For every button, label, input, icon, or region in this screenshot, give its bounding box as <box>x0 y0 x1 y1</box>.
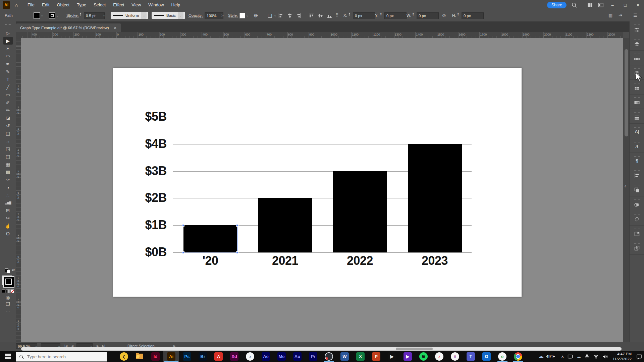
recolor-artwork-icon[interactable]: ☸ <box>254 13 258 19</box>
itunes-icon[interactable]: ♪ <box>431 351 447 362</box>
line-segment-tool[interactable]: ╱ <box>3 83 13 91</box>
fill-color-well[interactable] <box>34 12 40 19</box>
dock-collapse-chevron[interactable]: ‹ <box>625 183 626 189</box>
shaper-tool[interactable]: ✏ <box>3 106 13 114</box>
evernote-icon[interactable]: e <box>494 351 510 362</box>
chart-ytick-label[interactable]: $0B <box>113 245 167 259</box>
artboards-panel-icon[interactable] <box>630 226 644 240</box>
layers-panel-icon[interactable] <box>630 36 644 51</box>
filmora-icon[interactable]: ▶ <box>400 351 416 362</box>
maximize-button[interactable]: □ <box>621 3 629 8</box>
panel-dock-icon[interactable]: ⇥ <box>619 13 622 18</box>
character-styles-panel-icon[interactable]: A <box>630 138 644 153</box>
gradient-panel-icon[interactable] <box>630 95 644 109</box>
symbol-sprayer-tool[interactable]: ∴ <box>3 191 13 199</box>
anchor-point-handle[interactable] <box>182 251 184 254</box>
minimize-button[interactable]: – <box>608 3 616 8</box>
hand-tool[interactable]: ☝ <box>3 222 13 230</box>
vertical-scrollbar-thumb[interactable] <box>625 49 628 136</box>
excel-icon[interactable]: X <box>353 351 368 362</box>
none-button[interactable] <box>10 289 14 293</box>
media-encoder-icon[interactable]: Me <box>274 351 289 362</box>
align-middle-icon[interactable] <box>317 13 323 19</box>
cinema4d-icon[interactable]: ◕ <box>242 351 258 362</box>
menu-effect[interactable]: Effect <box>109 0 128 10</box>
premiere-icon[interactable]: Pr <box>305 351 321 362</box>
chart-xtick-label[interactable]: 2023 <box>411 254 458 268</box>
action-center-icon[interactable] <box>636 354 643 360</box>
menu-select[interactable]: Select <box>90 0 109 10</box>
brush-definition-select[interactable]: Basic⌄ <box>152 12 185 19</box>
stroke-width-field[interactable]: 0.5 pt <box>84 12 105 19</box>
chart-xtick-label[interactable]: 2022 <box>336 254 383 268</box>
weather-widget[interactable]: ☁ 49°F <box>538 353 555 360</box>
default-fill-stroke-icon[interactable]: ⇄ <box>5 268 11 273</box>
columns-icon[interactable]: ▥ <box>608 13 612 18</box>
mesh-tool[interactable]: ▦ <box>3 160 13 168</box>
eyedropper-tool[interactable]: ✑ <box>3 176 13 183</box>
search-input[interactable] <box>26 354 95 360</box>
menu-file[interactable]: File <box>24 0 38 10</box>
control-menu-icon[interactable]: ☰ <box>633 13 637 18</box>
properties-panel-icon[interactable] <box>630 21 644 36</box>
opacity-label[interactable]: Opacity: <box>189 13 203 18</box>
zoom-tool[interactable]: Ǫ <box>3 230 13 237</box>
gradient-tool[interactable]: ▩ <box>3 168 13 176</box>
chart-xtick-label[interactable]: 2021 <box>262 254 309 268</box>
anchor-point-handle[interactable] <box>182 224 184 227</box>
tablet-mode-icon[interactable] <box>567 354 573 360</box>
transform-grid-icon[interactable]: ⠿ <box>335 13 339 18</box>
align-center-icon[interactable] <box>287 13 293 19</box>
stroke-chevron-icon[interactable]: ⌄ <box>56 13 59 17</box>
appearance-panel-icon[interactable] <box>630 211 644 226</box>
xd-icon[interactable]: Xd <box>226 351 242 362</box>
menu-help[interactable]: Help <box>168 0 184 10</box>
stroke-swatch[interactable] <box>4 277 14 287</box>
align-left-icon[interactable] <box>278 13 284 19</box>
share-button[interactable]: Share <box>547 2 567 8</box>
curvature-tool[interactable]: ✎ <box>3 68 13 75</box>
horizontal-ruler[interactable]: 4003002001000100200300400500600700800900… <box>21 32 623 38</box>
horizontal-scrollbar[interactable] <box>21 347 622 351</box>
rotate-tool[interactable]: ↺ <box>3 122 13 129</box>
stroke-stepper[interactable]: ▴▾ <box>80 12 81 16</box>
w-field[interactable]: 0 px <box>417 12 439 19</box>
anchor-point-handle[interactable] <box>236 251 238 254</box>
drawing-modes-icon[interactable]: ◎ <box>6 295 10 300</box>
eraser-tool[interactable]: ◪ <box>3 114 13 122</box>
slice-tool[interactable]: ✂ <box>3 214 13 222</box>
home-icon[interactable]: ⌂ <box>15 2 18 8</box>
magic-wand-tool[interactable]: ✶ <box>3 45 13 52</box>
width-tool[interactable]: ↔ <box>3 137 13 145</box>
menu-edit[interactable]: Edit <box>38 0 53 10</box>
chart-ytick-label[interactable]: $2B <box>113 191 167 205</box>
y-stepper[interactable]: ▴▾ <box>380 12 382 16</box>
opacity-expand-icon[interactable]: > <box>221 13 223 17</box>
illustrator-icon[interactable]: Ai <box>163 351 179 362</box>
powerpoint-icon[interactable]: P <box>368 351 384 362</box>
pathfinder-panel-icon[interactable] <box>630 182 644 197</box>
chrome-icon[interactable] <box>510 351 526 362</box>
rectangle-tool[interactable]: ▭ <box>3 91 13 99</box>
horizontal-scrollbar-thumb[interactable] <box>396 348 433 350</box>
arrange-documents-icon[interactable] <box>587 2 593 8</box>
chart-bar-2021[interactable] <box>258 198 312 252</box>
menu-type[interactable]: Type <box>73 0 90 10</box>
slack-icon[interactable]: # <box>447 351 463 362</box>
document-setup-icon[interactable]: ❏ <box>268 13 272 19</box>
lasso-tool[interactable]: ◠ <box>3 52 13 60</box>
word-icon[interactable]: W <box>337 351 353 362</box>
chart-bar-2022[interactable] <box>333 171 387 252</box>
chart-bar-2023[interactable] <box>408 144 462 252</box>
x-stepper[interactable]: ▴▾ <box>349 12 350 16</box>
stroke-color-well[interactable] <box>49 12 55 19</box>
screen-mode-icon[interactable]: ❐ <box>6 302 10 306</box>
taskbar-clock[interactable]: 4:47 PM 11/27/2022 <box>612 352 632 362</box>
scale-tool[interactable]: ◱ <box>3 129 13 137</box>
photoshop-icon[interactable]: Ps <box>179 351 195 362</box>
outlook-icon[interactable]: O <box>479 351 494 362</box>
workspace-switcher-icon[interactable] <box>598 2 604 8</box>
pasteboard[interactable]: $5B$4B$3B$2B$1B$0B'20202120222023 <box>21 38 623 342</box>
chart-ytick-label[interactable]: $1B <box>113 218 167 232</box>
anchor-point-handle[interactable] <box>236 224 238 227</box>
